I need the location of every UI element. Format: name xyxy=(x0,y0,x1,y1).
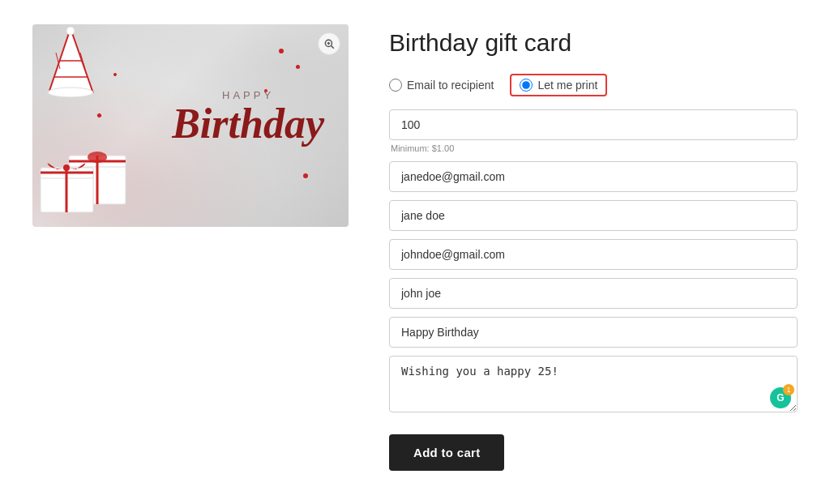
svg-point-8 xyxy=(66,27,75,35)
add-to-cart-button[interactable]: Add to cart xyxy=(389,434,504,471)
let-me-print-option[interactable]: Let me print xyxy=(510,74,607,96)
email-option-label: Email to recipient xyxy=(407,79,494,92)
sender-name-input[interactable] xyxy=(389,278,798,309)
confetti-dot xyxy=(303,173,308,178)
subject-input[interactable] xyxy=(389,317,798,348)
recipient-name-input[interactable] xyxy=(389,200,798,231)
grammarly-letter: G xyxy=(777,392,784,404)
page-title: Birthday gift card xyxy=(389,28,798,58)
email-radio[interactable] xyxy=(389,79,402,92)
sender-email-group xyxy=(389,239,798,270)
print-radio[interactable] xyxy=(520,79,533,92)
gift-box-decoration xyxy=(36,139,134,223)
birthday-text: Birthday xyxy=(172,103,324,145)
product-image-panel: HAPPY Birthday xyxy=(32,24,349,471)
confetti-dot xyxy=(279,49,284,53)
sender-name-group xyxy=(389,278,798,309)
svg-point-7 xyxy=(48,88,93,97)
email-to-recipient-option[interactable]: Email to recipient xyxy=(389,79,494,92)
amount-field-group: Minimum: $1.00 xyxy=(389,109,798,153)
print-option-label: Let me print xyxy=(537,79,597,92)
recipient-name-group xyxy=(389,200,798,231)
svg-line-20 xyxy=(332,46,334,49)
subject-field-group xyxy=(389,317,798,348)
message-field-group: G 1 xyxy=(389,356,798,415)
party-hat-decoration xyxy=(45,24,97,100)
sender-email-input[interactable] xyxy=(389,239,798,270)
product-details-panel: Birthday gift card Email to recipient Le… xyxy=(389,24,798,471)
recipient-email-input[interactable] xyxy=(389,161,798,192)
message-textarea[interactable] xyxy=(389,356,798,412)
delivery-options: Email to recipient Let me print xyxy=(389,74,798,96)
zoom-icon[interactable] xyxy=(318,32,340,55)
grammarly-widget: G 1 xyxy=(770,387,791,408)
amount-input[interactable] xyxy=(389,109,798,140)
amount-hint: Minimum: $1.00 xyxy=(389,143,798,153)
recipient-email-group xyxy=(389,161,798,192)
grammarly-badge: 1 xyxy=(783,384,794,395)
svg-point-18 xyxy=(63,164,70,171)
gift-card-text-block: HAPPY Birthday xyxy=(172,89,324,145)
happy-text: HAPPY xyxy=(172,89,324,101)
gift-card-image: HAPPY Birthday xyxy=(32,24,349,227)
confetti-dot xyxy=(296,65,300,69)
svg-point-13 xyxy=(88,152,107,163)
